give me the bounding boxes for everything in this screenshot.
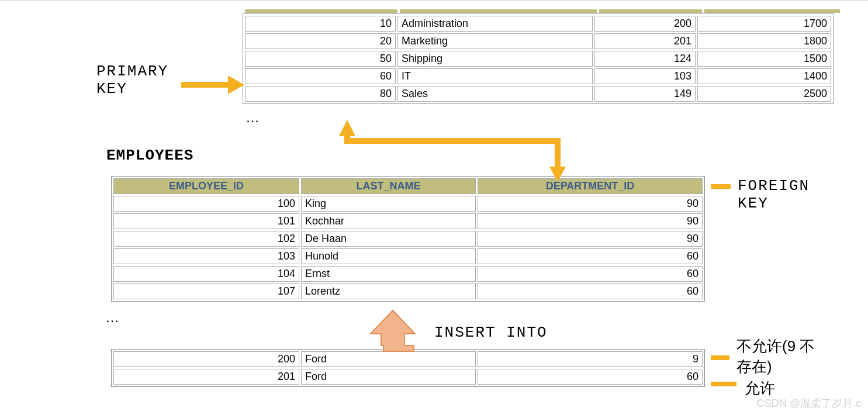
dept-mgr-cell: 124 <box>594 51 696 67</box>
insert-into-label: INSERT INTO <box>434 324 548 341</box>
primary-key-label-line1: PRIMARY <box>96 63 168 80</box>
svg-marker-3 <box>339 120 355 136</box>
employees-title: EMPLOYEES <box>106 147 193 164</box>
emp-name-cell: De Haan <box>301 231 476 247</box>
ins-name-cell: Ford <box>301 351 476 367</box>
dept-mgr-cell: 149 <box>594 86 696 102</box>
ins-dept-cell: 60 <box>478 369 703 385</box>
emp-id-cell: 101 <box>113 213 299 229</box>
employees-header-id: EMPLOYEE_ID <box>113 178 299 194</box>
table-row: 200Ford9 <box>113 351 703 367</box>
allowed-label: 允许 <box>745 378 775 399</box>
employees-header-row: EMPLOYEE_ID LAST_NAME DEPARTMENT_ID <box>113 178 703 194</box>
top-table-header-gap-1 <box>245 9 397 13</box>
dept-loc-cell: 1400 <box>697 68 831 84</box>
table-row: 104Ernst60 <box>113 266 703 282</box>
emp-name-cell: Ernst <box>301 266 476 282</box>
dept-name-cell: Marketing <box>397 33 593 49</box>
emp-dept-cell: 90 <box>478 196 703 212</box>
table-row: 107Lorentz60 <box>113 283 703 299</box>
not-allowed-line1: 不允许(9 不 <box>736 336 815 357</box>
ins-dept-cell: 9 <box>478 351 703 367</box>
emp-name-cell: King <box>301 196 476 212</box>
dept-mgr-cell: 200 <box>594 16 696 32</box>
ins-id-cell: 200 <box>113 351 299 367</box>
top-table-header-gap-2 <box>400 9 597 13</box>
emp-id-cell: 107 <box>113 283 299 299</box>
ellipsis-top: … <box>245 109 260 126</box>
departments-table-wrap: 10Administration2001700 20Marketing20118… <box>243 13 834 104</box>
dept-mgr-cell: 103 <box>594 68 696 84</box>
table-row: 100King90 <box>113 196 703 212</box>
table-row: 10Administration2001700 <box>245 16 831 32</box>
fk-connector-arrow-icon <box>339 120 566 182</box>
emp-id-cell: 102 <box>113 231 299 247</box>
insert-into-up-arrow-icon <box>371 310 415 351</box>
primary-key-label-line2: KEY <box>96 80 168 98</box>
table-row: 201Ford60 <box>113 369 703 385</box>
dept-loc-cell: 1800 <box>697 33 831 49</box>
ins-id-cell: 201 <box>113 369 299 385</box>
dept-id-cell: 10 <box>245 16 396 32</box>
table-row: 50Shipping1241500 <box>245 51 831 67</box>
employees-header-name: LAST_NAME <box>301 178 476 194</box>
emp-id-cell: 104 <box>113 266 299 282</box>
not-allowed-line2: 存在) <box>736 357 815 377</box>
dept-name-cell: Shipping <box>397 51 593 67</box>
dept-name-cell: Administration <box>397 16 593 32</box>
svg-marker-8 <box>371 310 415 351</box>
dept-loc-cell: 1500 <box>697 51 831 67</box>
dept-loc-cell: 1700 <box>697 16 831 32</box>
dept-loc-cell: 2500 <box>697 86 831 102</box>
dept-mgr-cell: 201 <box>594 33 696 49</box>
foreign-key-label-line2: KEY <box>738 195 810 212</box>
emp-id-cell: 103 <box>113 248 299 264</box>
emp-dept-cell: 90 <box>478 213 703 229</box>
emp-dept-cell: 60 <box>478 248 703 264</box>
dept-id-cell: 50 <box>245 51 396 67</box>
emp-name-cell: Lorentz <box>301 283 476 299</box>
dept-name-cell: IT <box>397 68 593 84</box>
emp-name-cell: Kochhar <box>301 213 476 229</box>
dept-id-cell: 20 <box>245 33 396 49</box>
table-row: 103Hunold60 <box>113 248 703 264</box>
dept-name-cell: Sales <box>397 86 593 102</box>
foreign-key-label-line1: FOREIGN <box>738 177 810 195</box>
foreign-key-label: FOREIGN KEY <box>738 177 810 212</box>
employees-table-wrap: EMPLOYEE_ID LAST_NAME DEPARTMENT_ID 100K… <box>111 176 705 302</box>
dept-id-cell: 60 <box>245 68 396 84</box>
employees-table: EMPLOYEE_ID LAST_NAME DEPARTMENT_ID 100K… <box>112 177 704 301</box>
emp-id-cell: 100 <box>113 196 299 212</box>
table-row: 80Sales1492500 <box>245 86 831 102</box>
watermark: CSDN @温柔了岁月.c <box>757 396 861 410</box>
top-table-header-gap-3 <box>599 9 702 13</box>
not-allowed-label: 不允许(9 不 存在) <box>736 336 815 377</box>
employees-header-dept: DEPARTMENT_ID <box>478 178 703 194</box>
table-row: 60IT1031400 <box>245 68 831 84</box>
primary-key-label: PRIMARY KEY <box>96 63 168 98</box>
insert-table: 200Ford9 201Ford60 <box>112 350 704 386</box>
top-table-header-gap-4 <box>704 9 840 13</box>
emp-dept-cell: 90 <box>478 231 703 247</box>
svg-marker-2 <box>228 75 244 94</box>
table-row: 102De Haan90 <box>113 231 703 247</box>
emp-name-cell: Hunold <box>301 248 476 264</box>
dept-id-cell: 80 <box>245 86 396 102</box>
ins-name-cell: Ford <box>301 369 476 385</box>
ellipsis-mid: … <box>105 309 119 326</box>
emp-dept-cell: 60 <box>478 266 703 282</box>
primary-key-arrow-icon <box>181 75 244 94</box>
table-row: 101Kochhar90 <box>113 213 703 229</box>
departments-table: 10Administration2001700 20Marketing20118… <box>243 14 833 103</box>
insert-table-wrap: 200Ford9 201Ford60 <box>111 349 705 387</box>
table-row: 20Marketing2011800 <box>245 33 831 49</box>
emp-dept-cell: 60 <box>478 283 703 299</box>
